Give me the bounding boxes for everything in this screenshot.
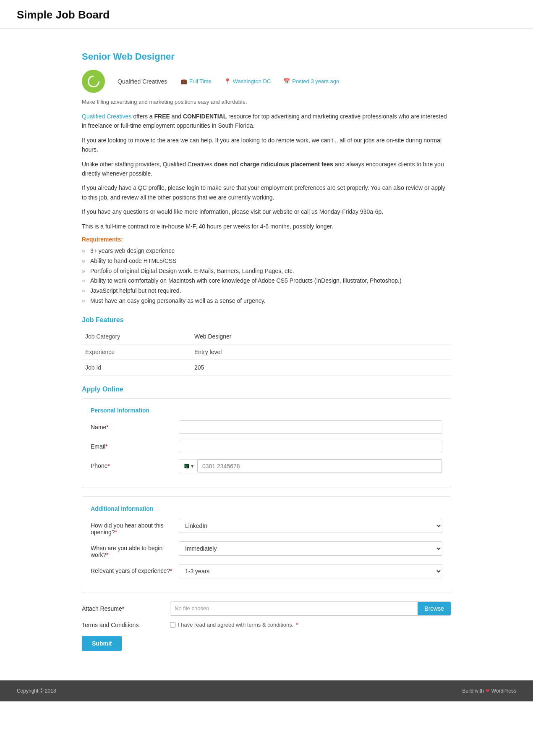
email-row: Email* xyxy=(91,440,442,453)
req-item: Ability to hand-code HTML5/CSS xyxy=(82,256,451,266)
flag-pk-icon: 🇵🇰 xyxy=(183,463,189,469)
begin-row: When are you able to begin work?* Immedi… xyxy=(91,541,442,558)
desc-p5: If you have any questions or would like … xyxy=(82,207,451,216)
terms-text: I have read and agreed with terms & cond… xyxy=(178,622,293,628)
feature-value: Web Designer xyxy=(191,329,451,344)
footer-copyright: Copyright © 2018 xyxy=(17,688,56,694)
requirements-list: 3+ years web design experience Ability t… xyxy=(82,246,451,306)
briefcase-icon: 💼 xyxy=(180,78,187,84)
req-item: Must have an easy going personality as w… xyxy=(82,296,451,306)
main-content: Senior Web Designer Qualified Creatives … xyxy=(73,39,460,664)
exp-required: * xyxy=(170,567,172,574)
attach-label: Attach Resume* xyxy=(82,605,166,612)
features-title: Job Features xyxy=(82,316,451,324)
table-row: Experience Entry level xyxy=(82,344,451,360)
terms-row: Terms and Conditions I have read and agr… xyxy=(82,622,451,628)
name-input[interactable] xyxy=(179,420,442,434)
table-row: Job Category Web Designer xyxy=(82,329,451,344)
hear-select[interactable]: LinkedIn Google Friend Other xyxy=(179,519,442,533)
terms-check-area: I have read and agreed with terms & cond… xyxy=(170,622,298,628)
site-title: Simple Job Board xyxy=(17,8,516,21)
job-location: 📍 Washington DC xyxy=(224,78,271,84)
terms-label: Terms and Conditions xyxy=(82,622,166,628)
req-item: Ability to work comfortably on Macintosh… xyxy=(82,276,451,286)
company-name: Qualified Creatives xyxy=(118,78,168,85)
email-input[interactable] xyxy=(179,440,442,453)
logo-icon xyxy=(85,73,102,90)
name-required: * xyxy=(106,424,108,430)
personal-info-box: Personal Information Name* Email* xyxy=(82,398,451,488)
hear-required: * xyxy=(115,529,117,536)
job-type: 💼 Full Time xyxy=(180,78,212,84)
file-no-chosen: No file chosen xyxy=(170,602,418,614)
attach-required: * xyxy=(122,605,124,612)
site-footer: Copyright © 2018 Build with ❤ WordPress xyxy=(0,680,533,701)
job-meta: Qualified Creatives 💼 Full Time 📍 Washin… xyxy=(82,70,451,93)
job-title: Senior Web Designer xyxy=(82,51,451,62)
requirements-title: Requirements: xyxy=(82,236,451,243)
job-posted: 📅 Posted 3 years ago xyxy=(283,78,339,84)
additional-info-title: Additional Information xyxy=(91,505,442,512)
location-icon: 📍 xyxy=(224,78,231,84)
req-item: 3+ years web design experience xyxy=(82,246,451,256)
site-header: Simple Job Board xyxy=(0,0,533,28)
phone-flag[interactable]: 🇵🇰 ▾ xyxy=(179,460,198,472)
company-link[interactable]: Qualified Creatives xyxy=(82,113,131,120)
email-required: * xyxy=(105,443,107,450)
job-tagline: Make filling advertising and marketing p… xyxy=(82,99,451,105)
submit-button[interactable]: Submit xyxy=(82,636,122,651)
name-input-wrapper xyxy=(179,420,442,434)
footer-right: Build with ❤ WordPress xyxy=(462,688,517,694)
phone-input-wrapper: 🇵🇰 ▾ xyxy=(179,459,442,473)
phone-row: Phone* 🇵🇰 ▾ xyxy=(91,459,442,473)
apply-section: Apply Online Personal Information Name* … xyxy=(82,386,451,651)
req-item: Portfolio of original Digital Design wor… xyxy=(82,266,451,276)
feature-label: Experience xyxy=(82,344,191,360)
table-row: Job Id 205 xyxy=(82,360,451,375)
phone-label: Phone* xyxy=(91,459,175,469)
desc-p2: If you are looking to move to the area w… xyxy=(82,136,451,155)
experience-row: Relevant years of experience?* 1-3 years… xyxy=(91,564,442,578)
feature-label: Job Category xyxy=(82,329,191,344)
email-label: Email* xyxy=(91,440,175,450)
footer-wordpress: WordPress xyxy=(491,688,516,694)
req-item: JavaScript helpful but not required. xyxy=(82,286,451,296)
begin-required: * xyxy=(106,551,108,558)
name-label: Name* xyxy=(91,420,175,430)
begin-input-wrapper: Immediately 2 weeks notice 1 month Other xyxy=(179,541,442,556)
footer-built-with: Build with xyxy=(462,688,484,694)
terms-checkbox[interactable] xyxy=(170,622,175,627)
hear-row: How did you hear about this opening?* Li… xyxy=(91,519,442,536)
phone-field: 🇵🇰 ▾ xyxy=(179,459,442,473)
flag-dropdown-arrow: ▾ xyxy=(191,463,194,469)
phone-input[interactable] xyxy=(198,459,442,473)
attach-row: Attach Resume* No file chosen Browse xyxy=(82,601,451,616)
heart-icon: ❤ xyxy=(486,688,490,694)
desc-p3: Unlike other staffing providers, Qualifi… xyxy=(82,160,451,178)
desc-p1: Qualified Creatives offers a FREE and CO… xyxy=(82,112,451,131)
hear-label: How did you hear about this opening?* xyxy=(91,519,175,536)
phone-required: * xyxy=(107,462,110,469)
apply-title: Apply Online xyxy=(82,386,451,393)
features-table: Job Category Web Designer Experience Ent… xyxy=(82,329,451,375)
file-input-wrapper: No file chosen Browse xyxy=(170,601,451,616)
desc-p6: This is a full-time contract role in-hou… xyxy=(82,222,451,231)
personal-info-title: Personal Information xyxy=(91,407,442,414)
feature-value: 205 xyxy=(191,360,451,375)
calendar-icon: 📅 xyxy=(283,78,290,84)
experience-label: Relevant years of experience?* xyxy=(91,564,175,574)
email-input-wrapper xyxy=(179,440,442,453)
company-logo xyxy=(82,70,105,93)
begin-select[interactable]: Immediately 2 weeks notice 1 month Other xyxy=(179,541,442,556)
job-description: Qualified Creatives offers a FREE and CO… xyxy=(82,112,451,231)
begin-label: When are you able to begin work?* xyxy=(91,541,175,558)
feature-value: Entry level xyxy=(191,344,451,360)
hear-input-wrapper: LinkedIn Google Friend Other xyxy=(179,519,442,533)
experience-input-wrapper: 1-3 years 3-5 years 5+ years xyxy=(179,564,442,578)
experience-select[interactable]: 1-3 years 3-5 years 5+ years xyxy=(179,564,442,578)
terms-required: * xyxy=(296,622,298,628)
desc-p4: If you already have a QC profile, please… xyxy=(82,183,451,202)
feature-label: Job Id xyxy=(82,360,191,375)
browse-button[interactable]: Browse xyxy=(418,602,451,615)
name-row: Name* xyxy=(91,420,442,434)
